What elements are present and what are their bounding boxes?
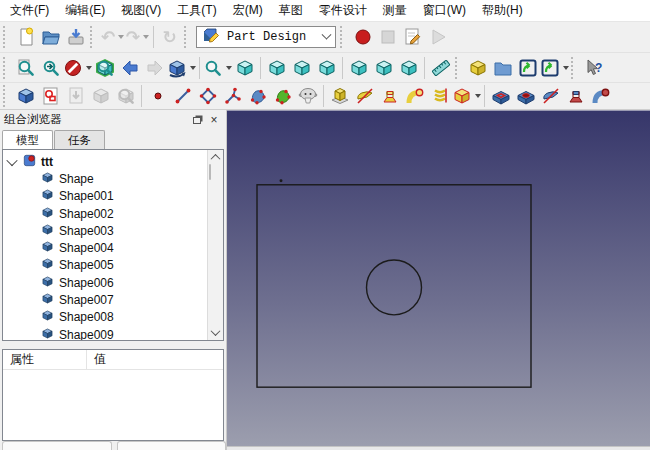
fit-selection-button[interactable]	[38, 55, 63, 80]
toolbar-grip[interactable]	[455, 57, 462, 79]
dropdown-arrow-icon[interactable]	[143, 35, 149, 39]
map-sketch-button[interactable]	[88, 84, 113, 109]
menu-tools[interactable]: 工具(T)	[169, 0, 224, 22]
toolbar-grip[interactable]	[184, 26, 191, 48]
tree-item[interactable]: Shape008	[3, 309, 223, 326]
subtractive-loft-button[interactable]	[563, 84, 588, 109]
tree-item[interactable]: Shape009	[3, 326, 223, 341]
tree-item[interactable]: Shape006	[3, 274, 223, 291]
panel-close-button[interactable]: ×	[206, 113, 222, 127]
tree-item[interactable]: Shape	[3, 170, 223, 187]
groove-button[interactable]	[538, 84, 563, 109]
create-body-button[interactable]	[13, 84, 38, 109]
dock-tab-stub[interactable]	[117, 441, 227, 450]
additive-helix-button[interactable]	[427, 84, 452, 109]
whats-this-button[interactable]: ?	[581, 55, 606, 80]
zoom-button[interactable]	[203, 55, 232, 80]
edit-sketch-button[interactable]	[63, 84, 88, 109]
tree-item[interactable]: Shape003	[3, 222, 223, 239]
validate-sketch-button[interactable]	[113, 84, 138, 109]
view-top-button[interactable]	[289, 55, 314, 80]
tree-root-item[interactable]: ttt	[3, 153, 223, 170]
view-rear-button[interactable]	[346, 55, 371, 80]
pad-button[interactable]	[327, 84, 352, 109]
hole-button[interactable]	[513, 84, 538, 109]
toolbar-grip[interactable]	[3, 57, 10, 79]
view-left-button[interactable]	[396, 55, 421, 80]
menu-edit[interactable]: 编辑(E)	[57, 0, 113, 22]
open-document-button[interactable]	[38, 25, 63, 50]
primitive-box-button[interactable]	[452, 84, 481, 109]
menu-measure[interactable]: 测量	[375, 0, 415, 22]
tree-scrollbar[interactable]	[207, 150, 223, 340]
create-part-button[interactable]	[465, 55, 490, 80]
toolbar-grip[interactable]	[3, 26, 10, 48]
macro-record-button[interactable]	[350, 25, 375, 50]
macro-execute-button[interactable]	[425, 25, 450, 50]
expander-icon[interactable]	[6, 155, 17, 166]
sketch-polyline-button[interactable]	[220, 84, 245, 109]
scroll-down-icon[interactable]	[208, 325, 223, 340]
sketch-periodic-bspline-button[interactable]	[270, 84, 295, 109]
menu-file[interactable]: 文件(F)	[2, 0, 57, 22]
toolbar-grip[interactable]	[3, 85, 10, 107]
view-home-button[interactable]	[232, 55, 257, 80]
macro-stop-button[interactable]	[375, 25, 400, 50]
sketch-bspline-button[interactable]	[245, 84, 270, 109]
tree-item[interactable]: Shape007	[3, 291, 223, 308]
sketch-rectangle-button[interactable]	[195, 84, 220, 109]
shapebinder-button[interactable]	[295, 84, 320, 109]
revolution-button[interactable]	[352, 84, 377, 109]
3d-viewport[interactable]	[227, 110, 650, 446]
dropdown-arrow-icon[interactable]	[118, 35, 124, 39]
sketch-point[interactable]	[280, 179, 283, 182]
macro-edit-button[interactable]	[400, 25, 425, 50]
new-document-button[interactable]	[13, 25, 38, 50]
menu-part-design[interactable]: 零件设计	[311, 0, 375, 22]
draw-style-button[interactable]	[63, 55, 92, 80]
tree-item[interactable]: Shape002	[3, 205, 223, 222]
sketch-rectangle[interactable]	[257, 185, 531, 387]
subtractive-pipe-button[interactable]	[588, 84, 613, 109]
measure-distance-button[interactable]	[428, 55, 453, 80]
tab-tasks[interactable]: 任务	[54, 130, 105, 149]
tree-item[interactable]: Shape001	[3, 188, 223, 205]
nav-back-button[interactable]	[117, 55, 142, 80]
create-sketch-button[interactable]	[38, 84, 63, 109]
dropdown-arrow-icon[interactable]	[475, 94, 481, 98]
additive-pipe-button[interactable]	[402, 84, 427, 109]
panel-float-button[interactable]	[190, 113, 206, 127]
make-sub-link-button[interactable]	[540, 55, 569, 80]
fit-all-button[interactable]	[13, 55, 38, 80]
sketch-point-button[interactable]	[145, 84, 170, 109]
save-button[interactable]	[63, 25, 88, 50]
workbench-selector[interactable]: Part Design	[196, 26, 336, 48]
sketch-circle[interactable]	[367, 260, 422, 315]
menu-macro[interactable]: 宏(M)	[225, 0, 271, 22]
menu-view[interactable]: 视图(V)	[113, 0, 169, 22]
pocket-button[interactable]	[488, 84, 513, 109]
dropdown-arrow-icon[interactable]	[190, 66, 196, 70]
tree-item[interactable]: Shape005	[3, 257, 223, 274]
additive-loft-button[interactable]	[377, 84, 402, 109]
make-link-button[interactable]	[515, 55, 540, 80]
toolbar-grip[interactable]	[90, 26, 97, 48]
sketch-line-button[interactable]	[170, 84, 195, 109]
dock-tab-stub[interactable]	[2, 441, 112, 450]
tab-model[interactable]: 模型	[2, 130, 53, 149]
view-bottom-button[interactable]	[371, 55, 396, 80]
redo-button[interactable]: ↷	[125, 25, 150, 50]
scroll-up-icon[interactable]	[208, 150, 223, 165]
view-front-button[interactable]	[264, 55, 289, 80]
dropdown-arrow-icon[interactable]	[563, 66, 569, 70]
panel-splitter[interactable]	[0, 341, 226, 349]
menu-sketch[interactable]: 草图	[271, 0, 311, 22]
create-group-button[interactable]	[490, 55, 515, 80]
menu-help[interactable]: 帮助(H)	[474, 0, 531, 22]
view-isometric-button[interactable]	[167, 55, 196, 80]
scrollbar-thumb[interactable]	[209, 164, 211, 180]
undo-button[interactable]: ↶	[100, 25, 125, 50]
toolbar-grip[interactable]	[571, 57, 578, 79]
sync-view-button[interactable]	[92, 55, 117, 80]
toolbar-grip[interactable]	[340, 26, 347, 48]
